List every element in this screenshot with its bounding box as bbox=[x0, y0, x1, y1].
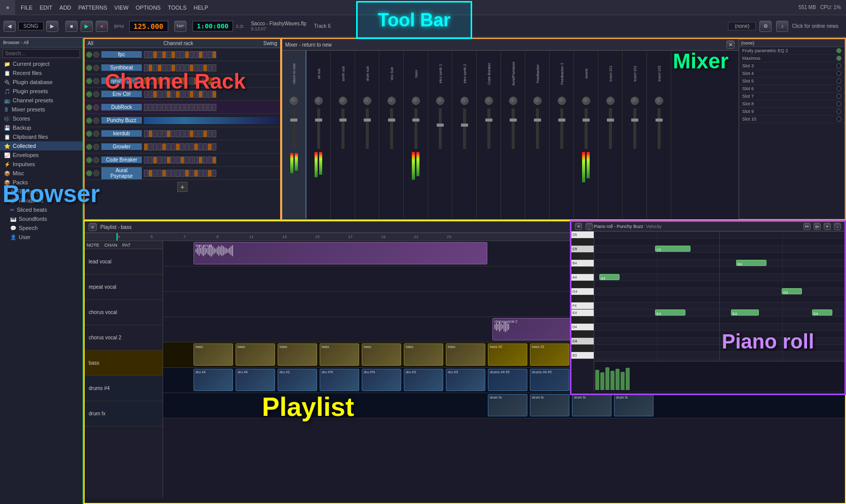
channel-mute-btn[interactable] bbox=[93, 78, 99, 84]
track-label-chorus-vocal[interactable]: chorus vocal bbox=[85, 300, 163, 325]
browser-item-sliced-beats[interactable]: ✂ Sliced beats bbox=[6, 205, 83, 214]
pad[interactable] bbox=[194, 77, 198, 85]
browser-item-envelopes[interactable]: 📈 Envelopes bbox=[0, 150, 83, 160]
pad[interactable] bbox=[203, 77, 207, 85]
mixer-channel-11[interactable]: Feedbacker 2 bbox=[550, 51, 574, 219]
pad[interactable] bbox=[158, 104, 162, 111]
pad[interactable] bbox=[189, 64, 194, 71]
pad[interactable] bbox=[171, 64, 175, 71]
pad[interactable] bbox=[162, 157, 166, 164]
pad[interactable] bbox=[144, 64, 148, 71]
clip-bass-6[interactable]: bass bbox=[446, 343, 485, 366]
fader-thumb[interactable] bbox=[461, 124, 468, 127]
piano-key-gs4[interactable] bbox=[571, 281, 594, 288]
clip-bass-8[interactable]: bass #2 bbox=[530, 343, 569, 366]
pad[interactable] bbox=[199, 64, 203, 71]
piano-key-c5[interactable]: C5 bbox=[571, 246, 594, 253]
pr-close-btn[interactable]: ✕ bbox=[575, 223, 582, 230]
pad[interactable] bbox=[153, 130, 157, 137]
pad[interactable] bbox=[176, 51, 180, 58]
piano-key-as4[interactable] bbox=[571, 267, 594, 274]
pad[interactable] bbox=[180, 64, 184, 71]
pad[interactable] bbox=[144, 130, 148, 137]
pad[interactable] bbox=[212, 104, 216, 111]
mixer-slot-0[interactable]: Fruity parametric EQ 2 bbox=[739, 47, 844, 55]
mixer-channel-5[interactable]: bass bbox=[404, 51, 428, 219]
mixer-slot-9[interactable]: Slot 10 bbox=[739, 115, 844, 123]
pad[interactable] bbox=[158, 64, 162, 71]
channel-knob[interactable] bbox=[485, 97, 493, 105]
mixer-channel-13[interactable]: Insert 101 bbox=[598, 51, 623, 219]
channel-name-envctrl[interactable]: Env Ctrl bbox=[101, 91, 142, 97]
pad[interactable] bbox=[153, 143, 157, 150]
pad[interactable] bbox=[203, 104, 207, 111]
pad[interactable] bbox=[153, 104, 157, 111]
pad[interactable] bbox=[162, 51, 166, 58]
menu-edit[interactable]: EDIT bbox=[36, 4, 55, 12]
vel-bar[interactable] bbox=[610, 371, 614, 390]
piano-key-b4w[interactable]: B4 bbox=[571, 260, 594, 267]
pad[interactable] bbox=[208, 170, 212, 177]
track-label-lead-vocal[interactable]: lead vocal bbox=[85, 249, 163, 275]
vel-bar[interactable] bbox=[621, 372, 625, 390]
pad[interactable] bbox=[171, 51, 175, 58]
browser-item-channel-presets[interactable]: 📺 Channel presets bbox=[0, 96, 83, 105]
channel-knob[interactable] bbox=[388, 97, 396, 105]
pad[interactable] bbox=[171, 130, 175, 137]
clip-drums-0[interactable]: dru #4 bbox=[194, 369, 233, 391]
piano-key-f4[interactable]: F4 bbox=[571, 302, 594, 309]
mixer-channel-14[interactable]: Insert 102 bbox=[623, 51, 647, 219]
browser-item-collected[interactable]: ⭐ Collected bbox=[0, 141, 83, 150]
fader-thumb[interactable] bbox=[315, 119, 322, 122]
playlist-menu-btn[interactable]: ≡ bbox=[89, 223, 97, 231]
channel-knob[interactable] bbox=[533, 97, 542, 105]
vel-bar[interactable] bbox=[605, 367, 609, 390]
pad[interactable] bbox=[212, 170, 216, 177]
piano-key-d5[interactable]: D5 bbox=[571, 231, 594, 239]
fader-thumb[interactable] bbox=[631, 119, 638, 122]
piano-key-fs4[interactable] bbox=[571, 295, 594, 302]
pad[interactable] bbox=[148, 64, 152, 71]
mixer-slot-4[interactable]: Slot 5 bbox=[739, 77, 844, 85]
pad[interactable] bbox=[203, 157, 207, 164]
browser-item-backup[interactable]: 💾 Backup bbox=[0, 123, 83, 132]
pad[interactable] bbox=[180, 77, 184, 85]
clip-bass-0[interactable]: bass bbox=[194, 343, 233, 366]
pad[interactable] bbox=[167, 104, 171, 111]
mixer-slot-8[interactable]: Slot 9 bbox=[739, 108, 844, 115]
pad[interactable] bbox=[185, 91, 189, 98]
pad[interactable] bbox=[208, 130, 212, 137]
pr-tool-1[interactable]: ✏ bbox=[803, 223, 811, 230]
menu-options[interactable]: OPTIONS bbox=[133, 4, 164, 12]
browser-item-soundfonts[interactable]: 🎹 Soundfonts bbox=[6, 214, 83, 223]
pad[interactable] bbox=[212, 77, 216, 85]
pad[interactable] bbox=[167, 170, 171, 177]
pad[interactable] bbox=[212, 130, 216, 137]
clip-bass-7[interactable]: bass #2 bbox=[488, 343, 527, 366]
pr-note-a4-1[interactable]: A4 bbox=[599, 274, 620, 280]
fader-thumb[interactable] bbox=[583, 119, 590, 122]
pad[interactable] bbox=[199, 51, 203, 58]
clip-drums-1[interactable]: dru #4 bbox=[236, 369, 275, 391]
pad[interactable] bbox=[199, 104, 203, 111]
pad[interactable] bbox=[176, 143, 180, 150]
stop-btn[interactable]: ■ bbox=[65, 21, 78, 32]
mixer-slot-1[interactable]: Maximus bbox=[739, 55, 844, 62]
vel-bar[interactable] bbox=[600, 372, 604, 390]
channel-knob[interactable] bbox=[509, 97, 517, 105]
pad[interactable] bbox=[212, 64, 216, 71]
track-label-bass[interactable]: bass bbox=[85, 351, 163, 376]
channel-green-btn[interactable] bbox=[86, 65, 92, 71]
mixer-slot-5[interactable]: Slot 6 bbox=[739, 85, 844, 93]
mixer-channel-3[interactable]: drum sub bbox=[355, 51, 379, 219]
mixer-channel-4[interactable]: Vox Sub bbox=[379, 51, 404, 219]
track-label-drums[interactable]: drums #4 bbox=[85, 376, 163, 401]
pad[interactable] bbox=[194, 104, 198, 111]
menu-file[interactable]: FILE bbox=[18, 4, 35, 12]
pad[interactable] bbox=[144, 104, 148, 111]
pad[interactable] bbox=[153, 64, 157, 71]
channel-green-btn[interactable] bbox=[86, 157, 92, 163]
pad[interactable] bbox=[162, 130, 166, 137]
mixer-slot-7[interactable]: Slot 8 bbox=[739, 100, 844, 108]
browser-item-impulses[interactable]: ⚡ Impulses bbox=[0, 160, 83, 169]
